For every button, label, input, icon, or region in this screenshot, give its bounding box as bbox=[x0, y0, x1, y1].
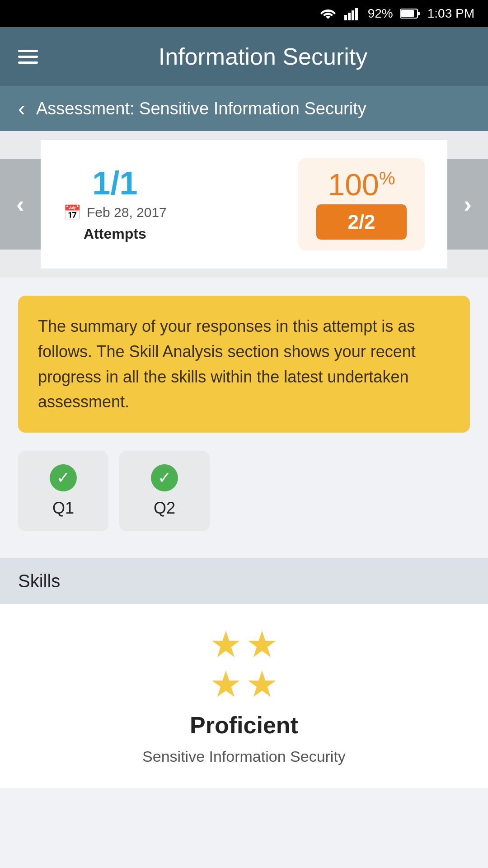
wifi-icon bbox=[319, 7, 337, 20]
svg-rect-3 bbox=[355, 8, 358, 20]
star-3: ★ bbox=[210, 666, 242, 703]
rating-label: Proficient bbox=[190, 712, 298, 739]
hamburger-menu[interactable] bbox=[18, 50, 38, 64]
score-date-row: 📅 Feb 28, 2017 bbox=[63, 204, 167, 221]
carousel-section: ‹ 1/1 📅 Feb 28, 2017 Attempts 100% 2/2 › bbox=[0, 131, 488, 278]
rating-section: ★★★★ Proficient Sensitive Information Se… bbox=[0, 604, 488, 788]
score-attempts-label: Attempts bbox=[84, 226, 146, 242]
battery-icon bbox=[400, 8, 420, 19]
svg-rect-2 bbox=[352, 10, 354, 20]
score-percent: 100% bbox=[328, 169, 395, 200]
score-pill: 2/2 bbox=[316, 204, 407, 240]
star-2: ★ bbox=[246, 627, 278, 663]
score-left: 1/1 📅 Feb 28, 2017 Attempts bbox=[63, 167, 167, 242]
battery-percent: 92% bbox=[368, 6, 393, 21]
score-right: 100% 2/2 bbox=[298, 158, 425, 250]
summary-text: The summary of your responses in this at… bbox=[38, 314, 450, 415]
svg-rect-0 bbox=[344, 15, 347, 20]
score-date: Feb 28, 2017 bbox=[87, 205, 167, 220]
header-title: Information Security bbox=[56, 43, 470, 70]
header: Information Security bbox=[0, 27, 488, 86]
calendar-icon: 📅 bbox=[63, 204, 81, 221]
questions-grid: ✓Q1✓Q2 bbox=[18, 451, 470, 531]
status-bar: 92% 1:03 PM bbox=[0, 0, 488, 27]
stars-container: ★★★★ bbox=[210, 627, 278, 703]
svg-rect-6 bbox=[418, 12, 420, 15]
back-bar: ‹ Assessment: Sensitive Information Secu… bbox=[0, 86, 488, 131]
rating-sublabel: Sensitive Information Security bbox=[142, 748, 346, 765]
back-bar-title: Assessment: Sensitive Information Securi… bbox=[36, 99, 366, 118]
carousel-next[interactable]: › bbox=[447, 159, 488, 250]
star-4: ★ bbox=[246, 666, 278, 703]
skills-section: Skills ★★★★ Proficient Sensitive Informa… bbox=[0, 558, 488, 788]
check-icon-2: ✓ bbox=[151, 464, 178, 491]
skills-header: Skills bbox=[0, 558, 488, 604]
star-1: ★ bbox=[210, 627, 242, 663]
main-content: The summary of your responses in this at… bbox=[0, 278, 488, 558]
skills-title: Skills bbox=[18, 571, 60, 591]
question-label-1: Q1 bbox=[52, 499, 74, 518]
svg-rect-1 bbox=[348, 13, 351, 20]
svg-rect-5 bbox=[401, 10, 414, 17]
check-icon-1: ✓ bbox=[50, 464, 77, 491]
score-card: 1/1 📅 Feb 28, 2017 Attempts 100% 2/2 bbox=[41, 140, 447, 269]
carousel-prev[interactable]: ‹ bbox=[0, 159, 41, 250]
status-icons: 92% 1:03 PM bbox=[319, 6, 474, 21]
summary-box: The summary of your responses in this at… bbox=[18, 296, 470, 433]
back-button[interactable]: ‹ bbox=[18, 98, 25, 119]
score-fraction: 1/1 bbox=[92, 167, 137, 199]
status-time: 1:03 PM bbox=[427, 6, 474, 21]
question-card-1[interactable]: ✓Q1 bbox=[18, 451, 108, 531]
question-label-2: Q2 bbox=[154, 499, 175, 518]
question-card-2[interactable]: ✓Q2 bbox=[119, 451, 210, 531]
signal-icon bbox=[344, 7, 361, 20]
